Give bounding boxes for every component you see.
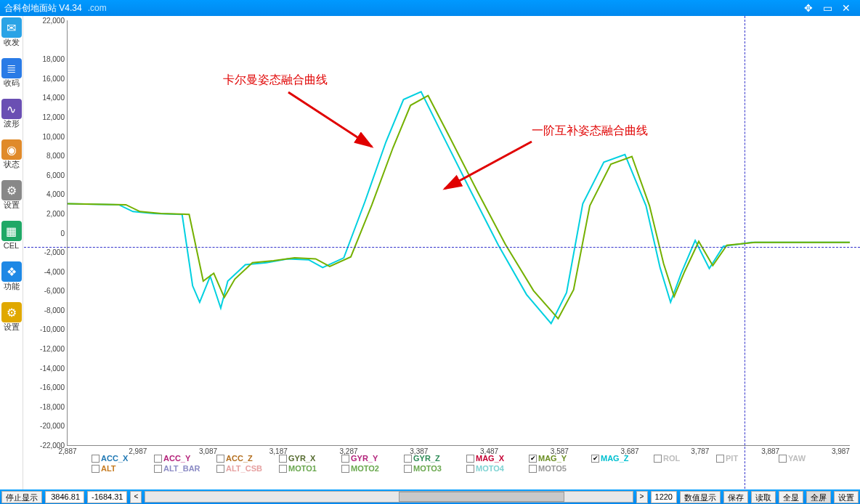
move-icon[interactable]: ✥ bbox=[799, 2, 818, 14]
sidebar-item-3[interactable]: ◉状态 bbox=[0, 139, 23, 179]
sidebar-item-0[interactable]: ✉收发 bbox=[0, 17, 23, 57]
y-tick: -20,000 bbox=[40, 422, 68, 430]
fullscreen-button[interactable]: 全屏 bbox=[806, 491, 831, 503]
y-tick: 2,000 bbox=[46, 209, 68, 217]
y-tick: 0 bbox=[60, 229, 68, 237]
status-value-1: 3846.81 bbox=[45, 491, 84, 503]
legend-item-ACC_Z[interactable]: ACC_Z bbox=[216, 453, 266, 463]
y-tick: -2,000 bbox=[44, 248, 68, 256]
x-tick: 2,887 bbox=[58, 445, 76, 455]
read-button[interactable]: 读取 bbox=[751, 491, 776, 503]
y-tick: -12,000 bbox=[40, 345, 68, 353]
series-MAG_Z bbox=[68, 92, 850, 323]
scroll-right-button[interactable]: > bbox=[636, 491, 648, 503]
numeric-display-button[interactable]: 数值显示 bbox=[680, 491, 721, 503]
y-tick: 8,000 bbox=[46, 152, 68, 160]
legend-item-ROL[interactable]: ROL bbox=[654, 453, 703, 463]
legend-item-MOTO1[interactable]: MOTO1 bbox=[279, 463, 328, 473]
status-value-2: -1684.31 bbox=[87, 491, 127, 503]
arrow-complementary-icon bbox=[437, 138, 539, 196]
y-tick: -10,000 bbox=[40, 325, 68, 333]
y-tick: 22,000 bbox=[42, 17, 68, 25]
legend-item-MOTO4[interactable]: MOTO4 bbox=[466, 463, 516, 473]
scrollbar[interactable] bbox=[145, 491, 633, 503]
minimize-icon[interactable]: ▭ bbox=[818, 2, 837, 14]
plot[interactable]: -22,000-20,000-18,000-16,000-14,000-12,0… bbox=[67, 20, 850, 446]
svg-line-0 bbox=[288, 92, 372, 147]
legend-item-ALT_CSB[interactable]: ALT_CSB bbox=[216, 463, 266, 473]
settings-button[interactable]: 设置 bbox=[834, 491, 859, 503]
legend-item-GYR_Z[interactable]: GYR_Z bbox=[404, 453, 453, 463]
y-tick: -6,000 bbox=[44, 287, 68, 295]
y-tick: 6,000 bbox=[46, 171, 68, 179]
close-icon[interactable]: ✕ bbox=[837, 2, 856, 14]
legend-item-MOTO3[interactable]: MOTO3 bbox=[404, 463, 453, 473]
sidebar-item-6[interactable]: ❖功能 bbox=[0, 261, 23, 301]
statusbar: 停止显示 3846.81 -1684.31 < > 1220 数值显示 保存 读… bbox=[0, 489, 860, 504]
legend-item-MAG_Y[interactable]: ✔MAG_Y bbox=[529, 453, 578, 463]
legend-item-MAG_Z[interactable]: ✔MAG_Z bbox=[591, 453, 641, 463]
scroll-left-button[interactable]: < bbox=[130, 491, 142, 503]
legend-item-GYR_Y[interactable]: GYR_Y bbox=[341, 453, 391, 463]
y-tick: 14,000 bbox=[42, 94, 68, 102]
y-tick: -14,000 bbox=[40, 364, 68, 372]
y-tick: 4,000 bbox=[46, 190, 68, 198]
legend-item-ALT_BAR[interactable]: ALT_BAR bbox=[154, 463, 203, 473]
sidebar-item-1[interactable]: ≣收码 bbox=[0, 58, 23, 97]
sidebar: ✉收发≣收码∿波形◉状态⚙设置▦CEL❖功能⚙设置 bbox=[0, 16, 23, 489]
legend-item-MOTO5[interactable]: MOTO5 bbox=[529, 463, 578, 473]
y-tick: 16,000 bbox=[42, 74, 68, 82]
app-title: 合科创地面站 V4.34 bbox=[4, 2, 82, 15]
scrollbar-thumb[interactable] bbox=[399, 492, 564, 502]
sidebar-item-4[interactable]: ⚙设置 bbox=[0, 180, 23, 219]
arrow-kalman-icon bbox=[285, 89, 379, 154]
sidebar-item-5[interactable]: ▦CEL bbox=[0, 221, 23, 260]
sidebar-item-2[interactable]: ∿波形 bbox=[0, 99, 23, 138]
legend: ACC_XACC_YACC_ZGYR_XGYR_YGYR_ZMAG_X✔MAG_… bbox=[92, 453, 850, 473]
show-all-button[interactable]: 全显 bbox=[779, 491, 803, 503]
sidebar-item-7[interactable]: ⚙设置 bbox=[0, 302, 23, 341]
cursor-line[interactable] bbox=[745, 16, 745, 489]
step-input[interactable]: 1220 bbox=[651, 491, 677, 503]
titlebar: 合科创地面站 V4.34 .com ✥ ▭ ✕ bbox=[0, 0, 860, 16]
legend-item-YAW[interactable]: YAW bbox=[779, 453, 828, 463]
legend-item-ACC_X[interactable]: ACC_X bbox=[92, 453, 141, 463]
y-tick: -4,000 bbox=[44, 267, 68, 275]
zero-line bbox=[24, 247, 860, 248]
y-tick: -8,000 bbox=[44, 306, 68, 314]
stop-display-button[interactable]: 停止显示 bbox=[1, 491, 42, 503]
legend-item-GYR_X[interactable]: GYR_X bbox=[279, 453, 328, 463]
legend-item-PIT[interactable]: PIT bbox=[716, 453, 766, 463]
y-tick: 10,000 bbox=[42, 132, 68, 140]
annotation-complementary: 一阶互补姿态融合曲线 bbox=[532, 123, 648, 139]
save-button[interactable]: 保存 bbox=[723, 491, 748, 503]
legend-item-ALT[interactable]: ALT bbox=[92, 463, 141, 473]
title-url: .com bbox=[88, 3, 107, 13]
chart-area: -22,000-20,000-18,000-16,000-14,000-12,0… bbox=[23, 16, 860, 489]
y-tick: 18,000 bbox=[42, 55, 68, 63]
y-tick: -16,000 bbox=[40, 383, 68, 391]
annotation-kalman: 卡尔曼姿态融合曲线 bbox=[223, 73, 328, 88]
y-tick: -18,000 bbox=[40, 402, 68, 410]
y-tick: 12,000 bbox=[42, 113, 68, 121]
legend-item-ACC_Y[interactable]: ACC_Y bbox=[154, 453, 203, 463]
series-MAG_Y bbox=[68, 96, 850, 319]
legend-item-MAG_X[interactable]: MAG_X bbox=[466, 453, 516, 463]
svg-line-1 bbox=[445, 142, 532, 189]
legend-item-MOTO2[interactable]: MOTO2 bbox=[341, 463, 391, 473]
